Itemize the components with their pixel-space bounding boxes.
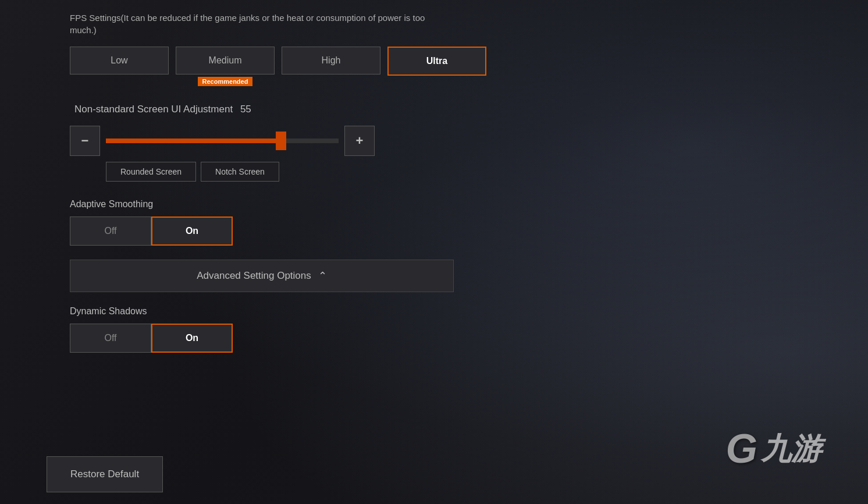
watermark-g-logo: G (726, 428, 757, 469)
nonstandard-title: Non-standard Screen UI Adjustment 55 (70, 104, 454, 115)
slider-row: − + (70, 126, 454, 156)
settings-panel: FPS Settings(It can be reduced if the ga… (0, 0, 524, 378)
fps-ultra-wrapper: Ultra (387, 47, 486, 76)
dynamic-shadows-label: Dynamic Shadows (70, 306, 454, 317)
fps-high-wrapper: High (282, 47, 380, 74)
slider-container[interactable] (106, 126, 339, 156)
fps-medium-wrapper: Medium Recommended (176, 47, 275, 86)
adaptive-smoothing-section: Adaptive Smoothing Off On (70, 199, 454, 246)
screen-label-group: Rounded Screen Notch Screen (106, 162, 454, 182)
fps-low-wrapper: Low (70, 47, 169, 74)
advanced-settings-bar[interactable]: Advanced Setting Options ⌃ (70, 260, 454, 292)
fps-description: FPS Settings(It can be reduced if the ga… (70, 12, 454, 36)
slider-track (106, 139, 339, 143)
fps-medium-button[interactable]: Medium (176, 47, 275, 74)
slider-minus-button[interactable]: − (70, 126, 100, 156)
rounded-screen-button[interactable]: Rounded Screen (106, 162, 196, 182)
slider-thumb[interactable] (276, 132, 286, 150)
adaptive-smoothing-toggle-group: Off On (70, 216, 454, 246)
dynamic-shadows-on-button[interactable]: On (151, 324, 233, 353)
adaptive-smoothing-label: Adaptive Smoothing (70, 199, 454, 210)
recommended-badge: Recommended (198, 77, 253, 86)
advanced-settings-label: Advanced Setting Options (197, 270, 311, 282)
watermark-logo: G 九游 (726, 428, 821, 469)
slider-fill (106, 139, 280, 143)
watermark-text: 九游 (761, 434, 821, 464)
adaptive-smoothing-on-button[interactable]: On (151, 216, 233, 246)
restore-default-button[interactable]: Restore Default (47, 456, 163, 492)
dynamic-shadows-toggle-group: Off On (70, 324, 454, 353)
fps-button-group: Low Medium Recommended High Ultra (70, 47, 454, 86)
chevron-up-icon: ⌃ (318, 269, 327, 282)
dynamic-shadows-off-button[interactable]: Off (70, 324, 151, 353)
watermark: G 九游 (726, 428, 821, 469)
notch-screen-button[interactable]: Notch Screen (201, 162, 279, 182)
dynamic-shadows-section: Dynamic Shadows Off On (70, 306, 454, 353)
adaptive-smoothing-off-button[interactable]: Off (70, 216, 151, 246)
slider-plus-button[interactable]: + (344, 126, 375, 156)
fps-ultra-button[interactable]: Ultra (387, 47, 486, 76)
fps-low-button[interactable]: Low (70, 47, 169, 74)
fps-high-button[interactable]: High (282, 47, 380, 74)
